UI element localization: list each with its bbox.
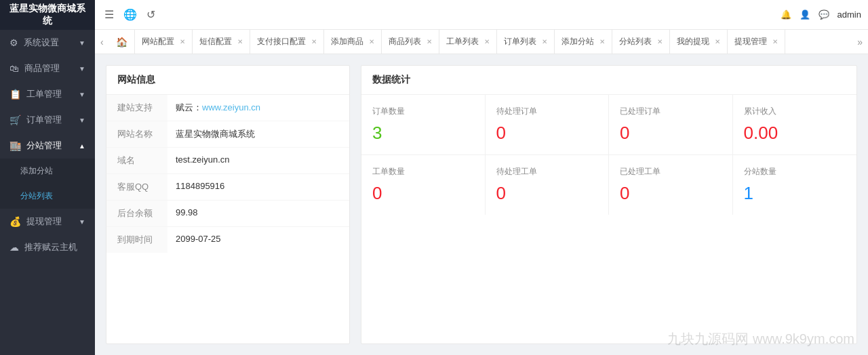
sidebar-label-branch: 分站管理 [26,140,62,152]
tab-close-my-withdraw[interactable]: ✕ [715,38,720,45]
sidebar-item-system[interactable]: ⚙ 系统设置 ▼ [0,30,95,56]
stat-label-branch-count: 分站数量 [744,166,846,178]
app-logo: 蓝星实物微商城系统 [0,0,95,30]
site-info-card: 网站信息 建站支持 赋云：www.zeiyun.cn 网站名称 蓝星实物微商城系… [106,65,350,344]
tab-close-branch-list[interactable]: ✕ [657,38,663,45]
tab-close-workorder-list[interactable]: ✕ [484,38,490,45]
info-value-qq: 1184895916 [167,174,349,200]
menu-toggle-icon[interactable]: ☰ [102,5,117,24]
info-row-expiry: 到期时间 2099-07-25 [106,227,349,253]
tab-close-order-list[interactable]: ✕ [542,38,547,45]
notification-icon[interactable]: 🔔 [781,9,791,20]
sidebar-item-recommend[interactable]: ☁ 推荐赋云主机 [0,234,95,260]
tab-add-goods[interactable]: 添加商品 ✕ [324,30,382,54]
site-info-title: 网站信息 [106,66,349,95]
user-label[interactable]: admin [837,9,861,20]
stat-cell-done-order: 已处理订单 0 [609,95,733,155]
info-value-domain: test.zeiyun.cn [167,148,349,173]
tab-close-withdraw-manage[interactable]: ✕ [772,38,778,45]
stat-cell-pending-order: 待处理订单 0 [486,95,610,155]
tab-goods-list[interactable]: 商品列表 ✕ [382,30,439,54]
branch-icon: 🏬 [9,140,21,151]
tab-close-payment-config[interactable]: ✕ [311,38,317,45]
home-icon: 🏠 [116,37,127,47]
tab-withdraw-manage-label: 提现管理 [734,36,767,47]
sidebar-item-withdraw[interactable]: 💰 提现管理 ▼ [0,209,95,234]
info-value-builder: 赋云：www.zeiyun.cn [167,95,349,121]
tab-sms-config[interactable]: 短信配置 ✕ [193,30,250,54]
stat-cell-pending-workorder: 待处理工单 0 [486,155,610,215]
info-row-qq: 客服QQ 1184895916 [106,174,349,201]
refresh-icon[interactable]: ↺ [144,5,158,24]
info-label-balance: 后台余额 [106,201,167,226]
tab-add-branch[interactable]: 添加分站 ✕ [555,30,612,54]
sidebar-label-system: 系统设置 [24,37,59,49]
stat-value-pending-order: 0 [496,123,598,144]
topbar-right: 🔔 👤 💬 admin [781,9,861,20]
globe-icon[interactable]: 🌐 [121,5,140,24]
tab-close-add-branch[interactable]: ✕ [599,38,605,45]
tab-website-config[interactable]: 网站配置 ✕ [135,30,193,54]
tab-close-website-config[interactable]: ✕ [180,38,185,45]
sidebar: 蓝星实物微商城系统 ⚙ 系统设置 ▼ 🛍 商品管理 ▼ 📋 工单管理 ▼ 🛒 订… [0,0,95,355]
info-label-builder: 建站支持 [106,95,167,121]
arrow-goods: ▼ [79,65,85,72]
goods-icon: 🛍 [9,63,19,74]
info-label-sitename: 网站名称 [106,121,167,147]
info-value-balance: 99.98 [167,201,349,226]
sidebar-item-workorder[interactable]: 📋 工单管理 ▼ [0,81,95,107]
recommend-icon: ☁ [9,242,19,253]
sidebar-item-add-branch[interactable]: 添加分站 [0,159,95,184]
sidebar-item-branch[interactable]: 🏬 分站管理 ▲ [0,133,95,159]
tab-workorder-list-label: 工单列表 [446,36,479,47]
info-label-qq: 客服QQ [106,174,167,200]
tab-workorder-list[interactable]: 工单列表 ✕ [439,30,497,54]
sidebar-label-goods: 商品管理 [24,62,60,75]
tab-my-withdraw-label: 我的提现 [677,36,709,47]
stat-cell-branch-count: 分站数量 1 [733,155,857,215]
stat-value-order-count: 3 [372,123,474,144]
info-label-domain: 域名 [106,148,167,173]
branch-submenu: 添加分站 分站列表 [0,159,95,209]
info-value-sitename: 蓝星实物微商城系统 [167,121,349,147]
arrow-workorder: ▼ [79,91,85,98]
info-row-balance: 后台余额 99.98 [106,201,349,227]
builder-link[interactable]: www.zeiyun.cn [202,102,260,112]
stat-value-pending-workorder: 0 [496,183,598,204]
stats-grid: 订单数量 3 待处理订单 0 已处理订单 0 累计收入 0.00 工单数量 [361,95,856,215]
user-avatar-icon[interactable]: 👤 [800,9,810,20]
stat-value-workorder-count: 0 [372,183,474,204]
tab-payment-config[interactable]: 支付接口配置 ✕ [250,30,324,54]
message-icon[interactable]: 💬 [818,9,829,20]
arrow-branch: ▲ [79,142,85,150]
tab-add-branch-label: 添加分站 [561,36,594,47]
tab-payment-config-label: 支付接口配置 [257,36,306,47]
order-icon: 🛒 [9,114,21,125]
tabs-bar: ‹ 🏠 网站配置 ✕ 短信配置 ✕ 支付接口配置 ✕ 添加商品 ✕ 商品列表 ✕… [95,30,868,54]
info-value-expiry: 2099-07-25 [167,227,349,253]
sidebar-item-goods[interactable]: 🛍 商品管理 ▼ [0,56,95,81]
tab-nav-left[interactable]: ‹ [95,30,109,54]
tab-withdraw-manage[interactable]: 提现管理 ✕ [728,30,785,54]
stat-label-income: 累计收入 [744,106,846,117]
tab-my-withdraw[interactable]: 我的提现 ✕ [670,30,728,54]
stat-value-branch-count: 1 [744,183,846,204]
tab-close-add-goods[interactable]: ✕ [369,38,374,45]
topbar: ☰ 🌐 ↺ 🔔 👤 💬 admin [95,0,868,30]
info-row-sitename: 网站名称 蓝星实物微商城系统 [106,121,349,148]
stat-cell-workorder-count: 工单数量 0 [361,155,486,215]
tab-close-goods-list[interactable]: ✕ [427,38,432,45]
tab-branch-list[interactable]: 分站列表 ✕ [612,30,670,54]
tab-home[interactable]: 🏠 [109,30,135,54]
arrow-system: ▼ [79,39,85,47]
branch-list-label: 分站列表 [20,190,53,202]
sidebar-item-order[interactable]: 🛒 订单管理 ▼ [0,107,95,133]
stats-title: 数据统计 [361,66,856,95]
stat-label-pending-workorder: 待处理工单 [496,166,598,178]
tab-close-sms-config[interactable]: ✕ [237,38,243,45]
tab-order-list-label: 订单列表 [504,36,536,47]
sidebar-item-branch-list[interactable]: 分站列表 [0,184,95,209]
tab-nav-right[interactable]: » [852,30,868,54]
tab-order-list[interactable]: 订单列表 ✕ [497,30,555,54]
sidebar-label-withdraw: 提现管理 [26,215,62,228]
